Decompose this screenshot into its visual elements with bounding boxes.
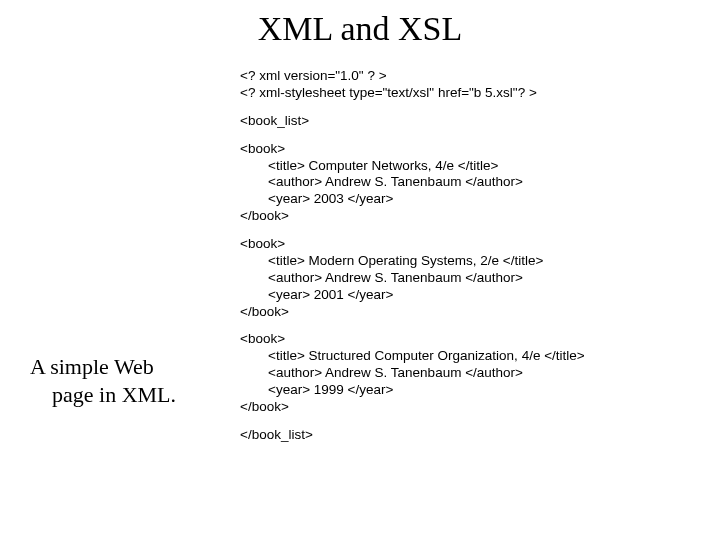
- book-3: <book> <title> Structured Computer Organ…: [240, 331, 700, 415]
- caption: A simple Web page in XML.: [30, 68, 230, 408]
- xml-code-block: <? xml version="1.0" ? > <? xml-styleshe…: [230, 68, 700, 455]
- book-2: <book> <title> Modern Operating Systems,…: [240, 236, 700, 320]
- booklist-open-group: <book_list>: [240, 113, 700, 130]
- book-author: <author> Andrew S. Tanenbaum </author>: [240, 270, 700, 287]
- xml-declaration-group: <? xml version="1.0" ? > <? xml-styleshe…: [240, 68, 700, 102]
- booklist-open-tag: <book_list>: [240, 113, 700, 130]
- book-1: <book> <title> Computer Networks, 4/e </…: [240, 141, 700, 225]
- booklist-close-group: </book_list>: [240, 427, 700, 444]
- book-open-tag: <book>: [240, 236, 700, 253]
- book-title: <title> Structured Computer Organization…: [240, 348, 700, 365]
- slide-title: XML and XSL: [0, 0, 720, 56]
- xml-declaration: <? xml version="1.0" ? >: [240, 68, 700, 85]
- book-open-tag: <book>: [240, 141, 700, 158]
- slide-content: A simple Web page in XML. <? xml version…: [0, 56, 720, 455]
- book-year: <year> 2003 </year>: [240, 191, 700, 208]
- book-author: <author> Andrew S. Tanenbaum </author>: [240, 365, 700, 382]
- book-author: <author> Andrew S. Tanenbaum </author>: [240, 174, 700, 191]
- book-close-tag: </book>: [240, 304, 700, 321]
- xml-stylesheet-declaration: <? xml-stylesheet type="text/xsl" href="…: [240, 85, 700, 102]
- booklist-close-tag: </book_list>: [240, 427, 700, 444]
- caption-line-2: page in XML.: [30, 381, 230, 409]
- book-year: <year> 2001 </year>: [240, 287, 700, 304]
- book-title: <title> Computer Networks, 4/e </title>: [240, 158, 700, 175]
- caption-line-1: A simple Web: [30, 353, 230, 381]
- book-title: <title> Modern Operating Systems, 2/e </…: [240, 253, 700, 270]
- book-close-tag: </book>: [240, 399, 700, 416]
- book-year: <year> 1999 </year>: [240, 382, 700, 399]
- book-close-tag: </book>: [240, 208, 700, 225]
- book-open-tag: <book>: [240, 331, 700, 348]
